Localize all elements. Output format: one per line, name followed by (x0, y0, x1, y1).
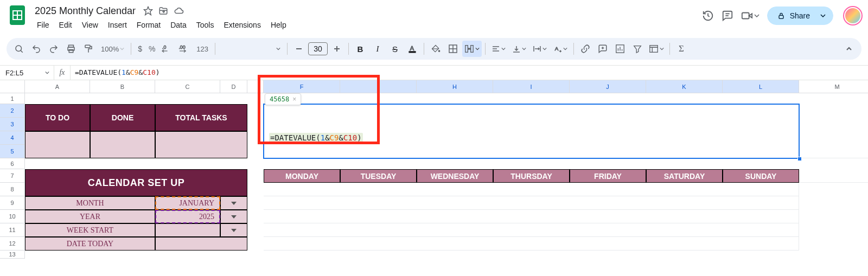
row-header[interactable]: 8 (0, 183, 25, 196)
font-size-increase[interactable] (329, 41, 345, 57)
done-value[interactable] (90, 131, 155, 158)
text-wrap-icon[interactable] (530, 41, 550, 57)
italic-icon[interactable]: I (369, 41, 386, 57)
functions-icon[interactable]: Σ (673, 41, 690, 57)
row-header[interactable]: 9 (0, 196, 25, 210)
weekstart-value[interactable] (155, 223, 220, 237)
todo-value[interactable] (25, 131, 90, 158)
row-header[interactable]: 11 (0, 223, 25, 237)
col-header[interactable]: J (570, 80, 646, 93)
row-header[interactable]: 6 (0, 158, 25, 169)
menu-tools[interactable]: Tools (192, 18, 219, 31)
font-size-input[interactable]: 30 (308, 42, 328, 55)
row-header[interactable]: 3 (0, 118, 25, 131)
collapse-toolbar-icon[interactable] (841, 41, 857, 57)
svg-rect-9 (779, 15, 783, 18)
insert-chart-icon[interactable] (612, 41, 628, 57)
cloud-status-icon[interactable] (174, 6, 184, 16)
formula-bar-input[interactable]: =DATEVALUE(1&C9&C10) (71, 65, 868, 80)
format-percent[interactable]: % (146, 41, 157, 57)
select-all-corner[interactable] (0, 80, 25, 93)
month-dropdown[interactable] (220, 196, 247, 210)
month-value[interactable]: JANUARY (155, 196, 220, 210)
document-title[interactable]: 2025 Monthly Calendar (33, 4, 138, 17)
weekstart-label: WEEK START (25, 223, 155, 237)
menu-insert[interactable]: Insert (104, 18, 131, 31)
history-icon[interactable] (702, 10, 714, 22)
account-avatar[interactable] (844, 7, 861, 24)
decrease-decimals-icon[interactable]: .0 (158, 41, 175, 57)
row-header[interactable]: 10 (0, 210, 25, 223)
zoom-dropdown[interactable]: 100% (98, 41, 127, 57)
sheets-logo[interactable] (7, 4, 28, 26)
font-size-decrease[interactable] (291, 41, 307, 57)
col-header[interactable]: C (155, 80, 220, 93)
redo-icon[interactable] (46, 41, 62, 57)
day-header-mon: MONDAY (264, 169, 340, 183)
col-header[interactable]: A (25, 80, 90, 93)
undo-icon[interactable] (28, 41, 44, 57)
vertical-align-icon[interactable] (509, 41, 529, 57)
tooltip-close-icon[interactable]: × (292, 95, 296, 103)
horizontal-align-icon[interactable] (489, 41, 508, 57)
selection-handle[interactable] (797, 157, 802, 161)
row-header[interactable]: 12 (0, 237, 25, 251)
col-header[interactable]: B (90, 80, 155, 93)
insert-comment-icon[interactable] (595, 41, 611, 57)
strikethrough-icon[interactable]: S (387, 41, 403, 57)
row-header[interactable]: 1 (0, 93, 25, 104)
menu-view[interactable]: View (78, 18, 103, 31)
datetoday-value[interactable] (155, 237, 247, 251)
bold-icon[interactable]: B (352, 41, 368, 57)
row-header[interactable]: 2 (0, 104, 25, 118)
share-dropdown[interactable] (816, 7, 833, 25)
format-currency[interactable]: $ (135, 41, 145, 57)
col-header[interactable]: L (723, 80, 799, 93)
comment-icon[interactable] (722, 10, 733, 22)
move-icon[interactable] (158, 6, 168, 16)
col-header[interactable] (247, 80, 264, 93)
col-header[interactable]: I (493, 80, 570, 93)
borders-icon[interactable] (445, 41, 461, 57)
search-icon[interactable] (11, 41, 27, 57)
year-dropdown[interactable] (220, 210, 247, 223)
more-formats[interactable]: 123 (193, 41, 212, 57)
weekstart-dropdown[interactable] (220, 223, 247, 237)
cell-formula-editing[interactable]: =DATEVALUE(1&C9&C10) (266, 131, 483, 144)
row-header[interactable]: 5 (0, 145, 25, 158)
menu-extensions[interactable]: Extensions (219, 18, 265, 31)
fill-color-icon[interactable] (427, 41, 444, 57)
meet-icon[interactable] (741, 10, 760, 22)
year-value[interactable]: 2025 (155, 210, 220, 223)
menu-data[interactable]: Data (166, 18, 191, 31)
row-header[interactable]: 13 (0, 251, 25, 259)
svg-text:A: A (555, 46, 559, 52)
total-tasks-value[interactable] (155, 131, 247, 158)
merge-cells-icon[interactable] (462, 41, 482, 57)
filter-icon[interactable] (629, 41, 646, 57)
row-header[interactable]: 4 (0, 131, 25, 145)
font-family-dropdown[interactable] (219, 41, 284, 57)
col-header[interactable]: M (799, 80, 868, 93)
menu-help[interactable]: Help (266, 18, 291, 31)
col-header[interactable]: H (417, 80, 493, 93)
menu-file[interactable]: File (33, 18, 54, 31)
row-header[interactable]: 7 (0, 169, 25, 183)
print-icon[interactable] (63, 41, 79, 57)
menu-format[interactable]: Format (132, 18, 165, 31)
insert-link-icon[interactable] (577, 41, 593, 57)
text-rotation-icon[interactable]: A (551, 41, 570, 57)
paint-format-icon[interactable] (80, 41, 97, 57)
col-header[interactable] (340, 80, 417, 93)
filter-views-icon[interactable] (647, 41, 666, 57)
menu-edit[interactable]: Edit (55, 18, 76, 31)
text-color-icon[interactable]: A (404, 41, 420, 57)
todo-header: TO DO (25, 104, 90, 131)
col-header[interactable]: F (264, 80, 340, 93)
col-header[interactable]: D (220, 80, 247, 93)
share-button[interactable]: Share (767, 7, 820, 25)
star-icon[interactable] (143, 6, 153, 16)
name-box[interactable]: F2:L5 (0, 66, 54, 80)
col-header[interactable]: K (646, 80, 723, 93)
increase-decimals-icon[interactable]: .00 (176, 41, 192, 57)
